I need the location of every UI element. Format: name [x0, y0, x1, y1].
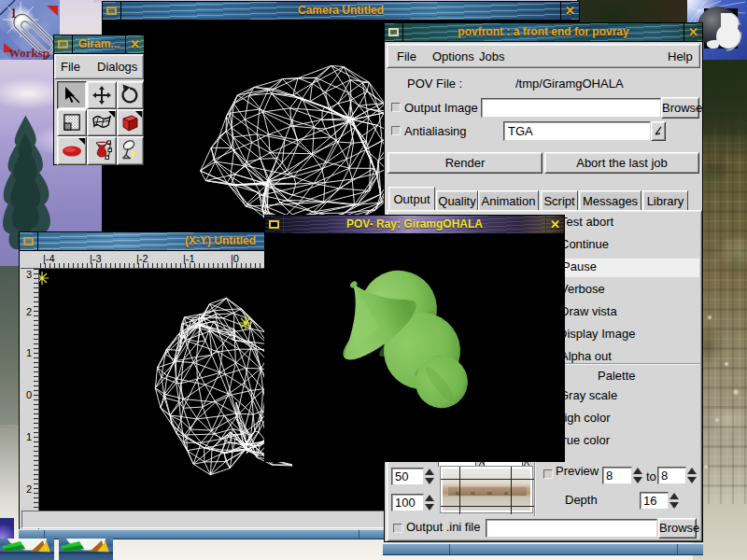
- svg-text:1: 1: [10, 7, 17, 21]
- svg-text:Worksp: Worksp: [8, 46, 49, 60]
